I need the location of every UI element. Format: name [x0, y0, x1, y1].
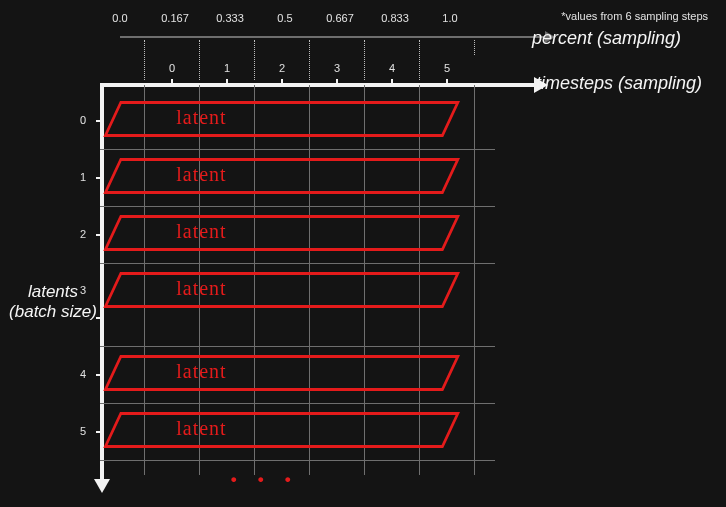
grid-h — [100, 460, 495, 461]
grid-h — [100, 346, 495, 347]
y-tick-mark — [96, 374, 104, 376]
latents-tick-0: 0 — [80, 114, 86, 126]
dotted-line — [419, 40, 420, 80]
grid-h — [100, 149, 495, 150]
x-tick-mark — [446, 79, 448, 87]
latents-tick-4: 4 — [80, 368, 86, 380]
timestep-tick-4: 4 — [389, 62, 395, 74]
dotted-line — [364, 40, 365, 80]
latent-box-1: latent — [103, 158, 460, 194]
latent-label: latent — [176, 360, 226, 383]
latents-axis-label-line2: (batch size) — [9, 302, 97, 321]
sampling-note: *values from 6 sampling steps — [561, 10, 708, 22]
latent-box-3: latent — [103, 272, 460, 308]
dotted-line — [254, 40, 255, 80]
dotted-line — [474, 40, 475, 55]
latent-box-4: latent — [103, 355, 460, 391]
percent-tick-4: 0.667 — [326, 12, 354, 24]
latent-label: latent — [176, 220, 226, 243]
latents-tick-5: 5 — [80, 425, 86, 437]
plot-area: 0 1 2 3 4 5 latent latent latent latent … — [100, 85, 540, 495]
percent-axis-line — [120, 36, 545, 38]
latents-tick-2: 2 — [80, 228, 86, 240]
x-tick-mark — [336, 79, 338, 87]
latents-tick-3: 3 — [80, 284, 86, 296]
latents-axis-label-line1: latents — [28, 282, 78, 301]
x-tick-mark — [281, 79, 283, 87]
dotted-line — [309, 40, 310, 80]
timestep-tick-2: 2 — [279, 62, 285, 74]
percent-tick-3: 0.5 — [277, 12, 292, 24]
percent-tick-6: 1.0 — [442, 12, 457, 24]
timestep-tick-3: 3 — [334, 62, 340, 74]
dotted-line — [144, 40, 145, 80]
percent-tick-0: 0.0 — [112, 12, 127, 24]
ellipsis-dots: . . . — [230, 455, 298, 489]
y-tick-mark — [96, 317, 104, 319]
diagram: *values from 6 sampling steps 0.0 0.167 … — [0, 0, 726, 507]
x-tick-mark — [391, 79, 393, 87]
y-tick-mark — [96, 234, 104, 236]
grid-h — [100, 263, 495, 264]
latent-label: latent — [176, 106, 226, 129]
dotted-line — [199, 40, 200, 80]
y-tick-mark — [96, 177, 104, 179]
grid-v — [474, 85, 475, 475]
percent-tick-2: 0.333 — [216, 12, 244, 24]
latents-axis-arrow-icon — [94, 479, 110, 493]
latent-box-2: latent — [103, 215, 460, 251]
percent-tick-5: 0.833 — [381, 12, 409, 24]
timestep-tick-5: 5 — [444, 62, 450, 74]
latents-axis-line — [100, 85, 104, 480]
latent-label: latent — [176, 163, 226, 186]
latent-label: latent — [176, 277, 226, 300]
y-tick-mark — [96, 431, 104, 433]
latents-tick-1: 1 — [80, 171, 86, 183]
timestep-tick-1: 1 — [224, 62, 230, 74]
percent-tick-1: 0.167 — [161, 12, 189, 24]
latent-box-5: latent — [103, 412, 460, 448]
x-tick-mark — [171, 79, 173, 87]
latent-box-0: latent — [103, 101, 460, 137]
latent-label: latent — [176, 417, 226, 440]
timestep-tick-0: 0 — [169, 62, 175, 74]
percent-axis-label: percent (sampling) — [532, 28, 681, 49]
timesteps-axis-label: timesteps (sampling) — [536, 73, 702, 94]
grid-h — [100, 206, 495, 207]
y-tick-mark — [96, 120, 104, 122]
x-tick-mark — [226, 79, 228, 87]
grid-h — [100, 403, 495, 404]
